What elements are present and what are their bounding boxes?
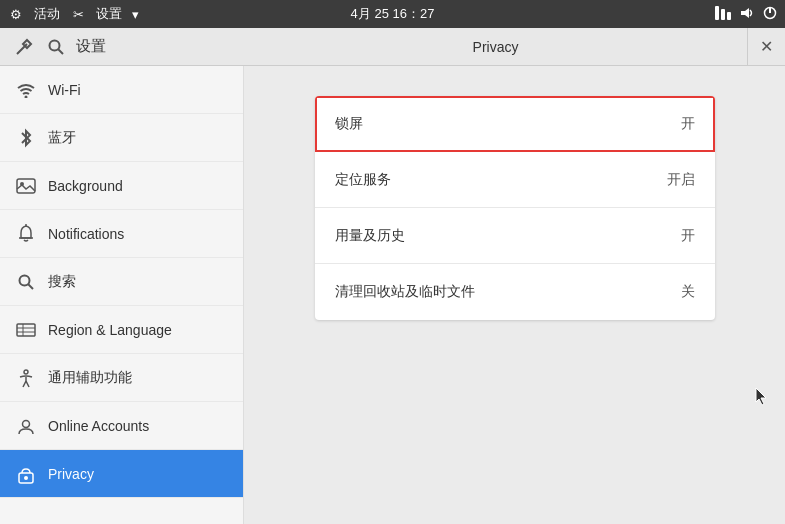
wrench-icon <box>12 35 36 59</box>
privacy-icon <box>16 464 36 484</box>
scissors-icon: ✂ <box>70 6 86 22</box>
main-content: 锁屏 开 定位服务 开启 用量及历史 开 清理回收站及临时文件 关 <box>244 66 785 524</box>
settings-row-trash[interactable]: 清理回收站及临时文件 关 <box>315 264 715 320</box>
topbar-datetime: 4月 25 16：27 <box>351 5 435 23</box>
svg-rect-0 <box>715 6 719 20</box>
accessibility-icon <box>16 368 36 388</box>
search-icon[interactable] <box>44 35 68 59</box>
sidebar-item-region[interactable]: Region & Language <box>0 306 243 354</box>
usage-value: 开 <box>681 227 695 245</box>
content-area: Wi-Fi 蓝牙 Background <box>0 66 785 524</box>
wifi-icon <box>16 80 36 100</box>
sidebar-item-background-label: Background <box>48 178 123 194</box>
location-value: 开启 <box>667 171 695 189</box>
sidebar-item-online-accounts[interactable]: Online Accounts <box>0 402 243 450</box>
topbar-arrow-icon: ▾ <box>132 7 139 22</box>
location-label: 定位服务 <box>335 171 391 189</box>
gear-icon[interactable]: ⚙ <box>8 6 24 22</box>
topbar-right <box>715 6 777 23</box>
settings-row-lockscreen[interactable]: 锁屏 开 <box>315 96 715 152</box>
settings-list: 锁屏 开 定位服务 开启 用量及历史 开 清理回收站及临时文件 关 <box>315 96 715 320</box>
svg-rect-2 <box>727 12 731 20</box>
svg-line-13 <box>28 284 33 289</box>
settings-row-usage[interactable]: 用量及历史 开 <box>315 208 715 264</box>
svg-rect-1 <box>721 9 725 20</box>
trash-value: 关 <box>681 283 695 301</box>
titlebar: 设置 Privacy ✕ <box>0 28 785 66</box>
network-icon[interactable] <box>715 6 731 23</box>
svg-point-21 <box>24 476 28 480</box>
window-title: Privacy <box>244 39 747 55</box>
accounts-icon <box>16 416 36 436</box>
lockscreen-value: 开 <box>681 115 695 133</box>
sidebar-item-privacy-label: Privacy <box>48 466 94 482</box>
trash-label: 清理回收站及临时文件 <box>335 283 475 301</box>
sidebar-item-bluetooth[interactable]: 蓝牙 <box>0 114 243 162</box>
window: 设置 Privacy ✕ Wi-Fi <box>0 28 785 524</box>
topbar: ⚙ 活动 ✂ 设置 ▾ 4月 25 16：27 <box>0 0 785 28</box>
search-sidebar-icon <box>16 272 36 292</box>
power-icon[interactable] <box>763 6 777 23</box>
sidebar-item-search[interactable]: 搜索 <box>0 258 243 306</box>
titlebar-settings-label: 设置 <box>76 37 106 56</box>
sidebar-item-privacy[interactable]: Privacy <box>0 450 243 498</box>
svg-point-19 <box>23 420 30 427</box>
lockscreen-label: 锁屏 <box>335 115 363 133</box>
svg-rect-14 <box>17 324 35 336</box>
svg-point-18 <box>24 370 28 374</box>
region-icon <box>16 320 36 340</box>
sidebar-item-wifi[interactable]: Wi-Fi <box>0 66 243 114</box>
svg-line-7 <box>58 49 63 54</box>
topbar-activity-label[interactable]: 活动 <box>34 5 60 23</box>
titlebar-left: 设置 <box>0 35 244 59</box>
settings-row-location[interactable]: 定位服务 开启 <box>315 152 715 208</box>
sidebar-item-region-label: Region & Language <box>48 322 172 338</box>
volume-icon[interactable] <box>739 6 755 23</box>
sidebar-item-notifications[interactable]: Notifications <box>0 210 243 258</box>
bell-icon <box>16 224 36 244</box>
sidebar-item-online-accounts-label: Online Accounts <box>48 418 149 434</box>
usage-label: 用量及历史 <box>335 227 405 245</box>
background-icon <box>16 176 36 196</box>
topbar-settings-label[interactable]: 设置 <box>96 5 122 23</box>
sidebar-item-search-label: 搜索 <box>48 273 76 291</box>
sidebar: Wi-Fi 蓝牙 Background <box>0 66 244 524</box>
svg-point-8 <box>25 95 28 98</box>
bluetooth-icon <box>16 128 36 148</box>
sidebar-item-accessibility[interactable]: 通用辅助功能 <box>0 354 243 402</box>
sidebar-item-wifi-label: Wi-Fi <box>48 82 81 98</box>
topbar-left: ⚙ 活动 ✂ 设置 ▾ <box>8 5 139 23</box>
close-button[interactable]: ✕ <box>747 28 785 66</box>
cursor <box>754 386 768 410</box>
sidebar-item-background[interactable]: Background <box>0 162 243 210</box>
svg-marker-3 <box>741 8 749 18</box>
sidebar-item-accessibility-label: 通用辅助功能 <box>48 369 132 387</box>
sidebar-item-bluetooth-label: 蓝牙 <box>48 129 76 147</box>
sidebar-item-notifications-label: Notifications <box>48 226 124 242</box>
